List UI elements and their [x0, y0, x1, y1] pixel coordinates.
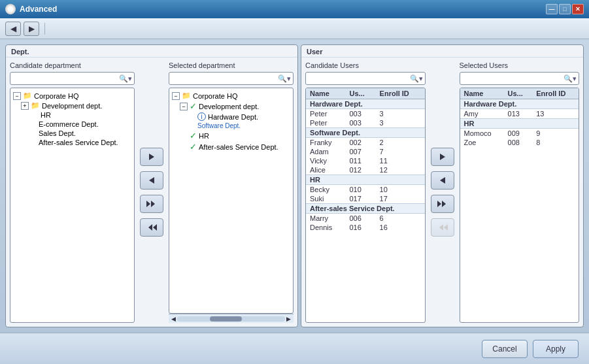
sel-user-id: 008 — [504, 138, 533, 147]
sel-label-hr: HR — [199, 132, 209, 140]
dept-add-all-button[interactable] — [140, 195, 163, 213]
user-id: 002 — [346, 138, 376, 148]
sel-group-hardware: Hardware Dept. — [460, 99, 579, 109]
user-section-label: User — [301, 45, 583, 58]
selected-users-title: Selected Users — [460, 61, 580, 69]
user-enrollid: 7 — [376, 147, 425, 156]
user-enrollid: 2 — [376, 138, 425, 148]
table-row[interactable]: Adam 007 7 — [306, 147, 425, 156]
svg-marker-10 — [444, 224, 448, 231]
user-name: Marry — [306, 214, 346, 223]
sel-tree-corporate[interactable]: − 📁 Corporate HQ — [172, 91, 290, 101]
table-row[interactable]: Peter 003 3 — [306, 109, 425, 119]
sel-check-aftersales: ✓ — [190, 142, 197, 152]
tree-item-aftersales[interactable]: After-sales Service Dept. — [29, 138, 131, 147]
sel-tree-hr[interactable]: ✓ HR — [180, 130, 290, 141]
candidate-users-table-panel[interactable]: Name Us... Enroll ID Hardware Dept. — [305, 88, 426, 323]
candidate-dept-search-box[interactable]: 🔍▾ — [10, 72, 135, 85]
candidate-users-search-input[interactable] — [308, 74, 410, 82]
tree-toggle-development[interactable]: + — [21, 102, 29, 110]
sel-tree-aftersales[interactable]: ✓ After-sales Service Dept. — [180, 141, 290, 152]
table-row[interactable]: Marry 006 6 — [306, 214, 425, 223]
user-enrollid: 11 — [376, 156, 425, 165]
dept-scrollbar[interactable]: ◀ ▶ — [169, 314, 294, 323]
sel-tree-development[interactable]: − ✓ Development dept. — [180, 101, 290, 112]
table-row[interactable]: Franky 002 2 — [306, 138, 425, 148]
table-row[interactable]: Alice 012 12 — [306, 165, 425, 175]
scroll-left-arrow[interactable]: ◀ — [170, 316, 177, 322]
selected-users-search-box[interactable]: 🔍▾ — [460, 72, 580, 85]
dept-section-label: Dept. — [6, 45, 297, 58]
tree-item-hr[interactable]: HR — [29, 110, 131, 120]
group-aftersales: After-sales Service Dept. — [306, 204, 425, 214]
dept-remove-button[interactable] — [140, 171, 163, 190]
user-remove-all-button[interactable] — [431, 218, 454, 237]
table-row[interactable]: Zoe 008 8 — [460, 138, 579, 147]
scrollbar-thumb[interactable] — [210, 316, 243, 322]
candidate-users-search-icon[interactable]: 🔍▾ — [410, 74, 423, 83]
tree-item-sales[interactable]: Sales Dept. — [29, 129, 131, 138]
svg-marker-2 — [146, 201, 150, 207]
dept-add-button[interactable] — [140, 148, 163, 166]
user-remove-button[interactable] — [431, 171, 454, 190]
table-row[interactable]: Dennis 016 16 — [306, 223, 425, 232]
candidate-users-search-box[interactable]: 🔍▾ — [305, 72, 426, 85]
svg-marker-9 — [442, 201, 446, 207]
selected-users-search-input[interactable] — [462, 74, 564, 82]
selected-dept-tree[interactable]: − 📁 Corporate HQ − ✓ Development dept. i — [169, 88, 294, 314]
user-add-button[interactable] — [431, 148, 454, 166]
selected-users-search-icon[interactable]: 🔍▾ — [564, 74, 577, 83]
dept-remove-all-button[interactable] — [140, 218, 163, 237]
sel-tree-hardware[interactable]: i Hardware Dept. — [188, 112, 290, 122]
group-header-aftersales: After-sales Service Dept. — [306, 204, 425, 214]
svg-marker-1 — [149, 177, 154, 184]
selected-dept-panel: Selected department 🔍▾ − 📁 Corporate HQ … — [169, 61, 294, 323]
sel-tree-software[interactable]: Software Dept. — [188, 122, 290, 130]
candidate-users-title: Candidate Users — [305, 61, 426, 69]
sel-user-name: Amy — [460, 109, 504, 119]
candidate-dept-search-icon[interactable]: 🔍▾ — [119, 74, 132, 83]
selected-dept-search-input[interactable] — [171, 74, 278, 82]
selected-dept-search-icon[interactable]: 🔍▾ — [278, 74, 291, 83]
candidate-dept-search-input[interactable] — [12, 74, 119, 82]
maximize-button[interactable]: □ — [559, 4, 571, 14]
folder-icon-corporate: 📁 — [23, 91, 32, 100]
tree-item-corporate-hq[interactable]: − 📁 Corporate HQ — [13, 91, 131, 101]
forward-button[interactable]: ▶ — [24, 22, 39, 36]
user-enrollid: 16 — [376, 223, 425, 232]
selected-users-table-panel[interactable]: Name Us... Enroll ID Hardware Dept. — [460, 88, 580, 323]
back-button[interactable]: ◀ — [5, 22, 21, 36]
user-id: 016 — [346, 223, 376, 232]
sel-toggle-development[interactable]: − — [180, 103, 188, 110]
tree-toggle-corporate[interactable]: − — [13, 92, 21, 100]
tree-item-development[interactable]: + 📁 Development dept. — [21, 101, 131, 110]
close-button[interactable]: ✕ — [572, 4, 584, 14]
dept-panels: Candidate department 🔍▾ − 📁 Corporate HQ… — [6, 58, 297, 327]
scroll-right-arrow[interactable]: ▶ — [285, 316, 292, 322]
table-row[interactable]: Momoco 009 9 — [460, 129, 579, 139]
user-name: Vicky — [306, 156, 346, 165]
table-row[interactable]: Suki 017 17 — [306, 194, 425, 204]
sel-user-enrollid: 8 — [532, 138, 579, 147]
user-name: Becky — [306, 185, 346, 195]
sel-toggle-corporate[interactable]: − — [172, 92, 180, 100]
candidate-dept-tree[interactable]: − 📁 Corporate HQ + 📁 Development dept. — [10, 88, 135, 323]
table-row[interactable]: Peter 003 3 — [306, 118, 425, 128]
scrollbar-track[interactable] — [177, 316, 285, 322]
apply-button[interactable]: Apply — [533, 340, 579, 358]
selected-users-table: Name Us... Enroll ID Hardware Dept. — [460, 88, 579, 147]
tree-item-ecommerce[interactable]: E-commerce Dept. — [29, 120, 131, 129]
selected-dept-search-box[interactable]: 🔍▾ — [169, 72, 294, 85]
table-row[interactable]: Becky 010 10 — [306, 185, 425, 195]
candidate-dept-panel: Candidate department 🔍▾ − 📁 Corporate HQ… — [10, 61, 135, 323]
label-development: Development dept. — [42, 102, 102, 110]
user-add-all-button[interactable] — [431, 195, 454, 213]
minimize-button[interactable]: — — [546, 4, 558, 14]
cancel-button[interactable]: Cancel — [482, 340, 528, 358]
user-name: Suki — [306, 194, 346, 204]
sel-label-software: Software Dept. — [197, 122, 241, 129]
user-enrollid: 3 — [376, 109, 425, 119]
sel-col-user: Us... — [504, 88, 533, 99]
table-row[interactable]: Amy 013 13 — [460, 109, 579, 119]
table-row[interactable]: Vicky 011 11 — [306, 156, 425, 165]
